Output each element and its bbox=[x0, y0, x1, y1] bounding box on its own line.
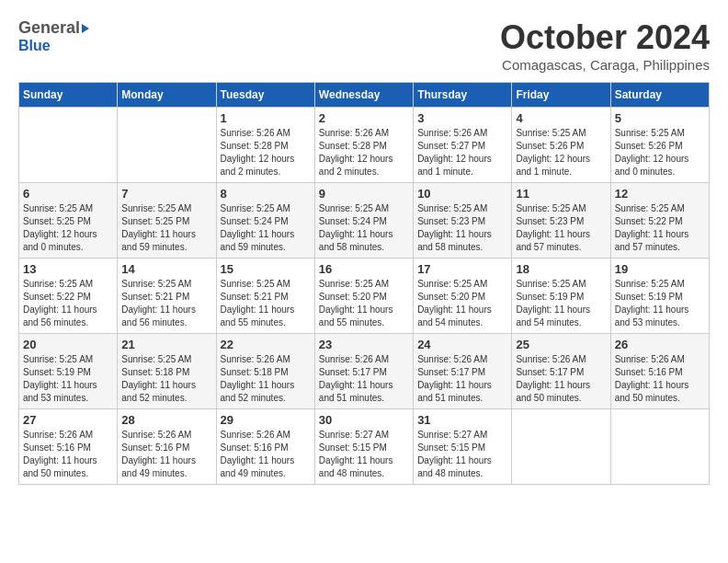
calendar-cell: 5Sunrise: 5:25 AM Sunset: 5:26 PM Daylig… bbox=[610, 108, 709, 183]
calendar-cell: 26Sunrise: 5:26 AM Sunset: 5:16 PM Dayli… bbox=[610, 334, 709, 409]
calendar-cell: 12Sunrise: 5:25 AM Sunset: 5:22 PM Dayli… bbox=[610, 183, 709, 259]
calendar-cell bbox=[19, 108, 118, 183]
day-number: 2 bbox=[319, 111, 409, 125]
calendar-cell: 1Sunrise: 5:26 AM Sunset: 5:28 PM Daylig… bbox=[216, 108, 314, 183]
day-number: 16 bbox=[319, 262, 409, 276]
logo-blue-text: Blue bbox=[18, 38, 51, 54]
day-info: Sunrise: 5:25 AM Sunset: 5:22 PM Dayligh… bbox=[615, 202, 705, 254]
calendar-cell: 13Sunrise: 5:25 AM Sunset: 5:22 PM Dayli… bbox=[19, 259, 118, 334]
calendar-cell: 3Sunrise: 5:26 AM Sunset: 5:27 PM Daylig… bbox=[414, 108, 512, 183]
calendar-cell: 22Sunrise: 5:26 AM Sunset: 5:18 PM Dayli… bbox=[216, 334, 314, 409]
logo-general-text: General bbox=[18, 18, 80, 38]
day-info: Sunrise: 5:25 AM Sunset: 5:26 PM Dayligh… bbox=[516, 127, 606, 178]
calendar-cell: 20Sunrise: 5:25 AM Sunset: 5:19 PM Dayli… bbox=[19, 334, 118, 409]
day-number: 14 bbox=[121, 262, 211, 276]
calendar-week-row: 20Sunrise: 5:25 AM Sunset: 5:19 PM Dayli… bbox=[19, 334, 710, 409]
calendar-week-row: 27Sunrise: 5:26 AM Sunset: 5:16 PM Dayli… bbox=[19, 409, 710, 485]
day-number: 23 bbox=[319, 338, 409, 351]
day-number: 28 bbox=[121, 413, 211, 427]
calendar-cell: 9Sunrise: 5:25 AM Sunset: 5:24 PM Daylig… bbox=[314, 183, 413, 259]
day-number: 19 bbox=[615, 262, 705, 276]
calendar-cell: 17Sunrise: 5:25 AM Sunset: 5:20 PM Dayli… bbox=[414, 259, 512, 334]
day-number: 6 bbox=[23, 187, 113, 201]
day-info: Sunrise: 5:25 AM Sunset: 5:25 PM Dayligh… bbox=[121, 202, 211, 254]
day-info: Sunrise: 5:25 AM Sunset: 5:18 PM Dayligh… bbox=[121, 353, 211, 405]
day-info: Sunrise: 5:26 AM Sunset: 5:17 PM Dayligh… bbox=[516, 353, 606, 405]
day-number: 20 bbox=[23, 338, 113, 351]
day-info: Sunrise: 5:26 AM Sunset: 5:27 PM Dayligh… bbox=[417, 127, 507, 178]
calendar-cell: 7Sunrise: 5:25 AM Sunset: 5:25 PM Daylig… bbox=[118, 183, 216, 259]
day-number: 12 bbox=[615, 187, 705, 201]
day-number: 15 bbox=[221, 262, 311, 276]
day-info: Sunrise: 5:26 AM Sunset: 5:16 PM Dayligh… bbox=[615, 353, 705, 405]
day-number: 27 bbox=[23, 413, 113, 427]
day-info: Sunrise: 5:25 AM Sunset: 5:23 PM Dayligh… bbox=[516, 202, 606, 254]
calendar-cell bbox=[512, 409, 610, 485]
month-title: October 2024 bbox=[500, 18, 710, 57]
calendar-cell: 16Sunrise: 5:25 AM Sunset: 5:20 PM Dayli… bbox=[314, 259, 413, 334]
day-info: Sunrise: 5:25 AM Sunset: 5:23 PM Dayligh… bbox=[417, 202, 507, 254]
day-number: 25 bbox=[516, 338, 606, 351]
title-area: October 2024 Comagascas, Caraga, Philipp… bbox=[500, 18, 710, 73]
day-number: 3 bbox=[417, 111, 507, 125]
calendar-cell: 23Sunrise: 5:26 AM Sunset: 5:17 PM Dayli… bbox=[314, 334, 413, 409]
calendar-cell: 21Sunrise: 5:25 AM Sunset: 5:18 PM Dayli… bbox=[118, 334, 216, 409]
calendar-cell: 4Sunrise: 5:25 AM Sunset: 5:26 PM Daylig… bbox=[512, 108, 610, 183]
day-number: 13 bbox=[23, 262, 113, 276]
day-info: Sunrise: 5:25 AM Sunset: 5:19 PM Dayligh… bbox=[516, 278, 606, 329]
day-info: Sunrise: 5:26 AM Sunset: 5:28 PM Dayligh… bbox=[319, 127, 409, 178]
calendar-cell: 11Sunrise: 5:25 AM Sunset: 5:23 PM Dayli… bbox=[512, 183, 610, 259]
day-number: 30 bbox=[319, 413, 409, 427]
day-number: 7 bbox=[121, 187, 211, 201]
calendar-cell: 25Sunrise: 5:26 AM Sunset: 5:17 PM Dayli… bbox=[512, 334, 610, 409]
day-info: Sunrise: 5:25 AM Sunset: 5:25 PM Dayligh… bbox=[23, 202, 113, 254]
calendar-header-row: SundayMondayTuesdayWednesdayThursdayFrid… bbox=[19, 83, 710, 108]
day-header-wednesday: Wednesday bbox=[314, 83, 413, 108]
calendar-cell: 18Sunrise: 5:25 AM Sunset: 5:19 PM Dayli… bbox=[512, 259, 610, 334]
calendar-cell: 15Sunrise: 5:25 AM Sunset: 5:21 PM Dayli… bbox=[216, 259, 314, 334]
day-info: Sunrise: 5:27 AM Sunset: 5:15 PM Dayligh… bbox=[417, 429, 507, 480]
day-header-monday: Monday bbox=[118, 83, 216, 108]
day-number: 31 bbox=[417, 413, 507, 427]
day-number: 4 bbox=[516, 111, 606, 125]
page-header: General Blue October 2024 Comagascas, Ca… bbox=[18, 18, 710, 73]
day-info: Sunrise: 5:25 AM Sunset: 5:24 PM Dayligh… bbox=[221, 202, 311, 254]
calendar-cell bbox=[118, 108, 216, 183]
day-header-sunday: Sunday bbox=[19, 83, 118, 108]
day-info: Sunrise: 5:25 AM Sunset: 5:26 PM Dayligh… bbox=[615, 127, 705, 178]
day-info: Sunrise: 5:25 AM Sunset: 5:19 PM Dayligh… bbox=[615, 278, 705, 329]
day-number: 18 bbox=[516, 262, 606, 276]
calendar-week-row: 13Sunrise: 5:25 AM Sunset: 5:22 PM Dayli… bbox=[19, 259, 710, 334]
day-number: 8 bbox=[221, 187, 311, 201]
day-number: 1 bbox=[221, 111, 311, 125]
calendar-cell: 28Sunrise: 5:26 AM Sunset: 5:16 PM Dayli… bbox=[118, 409, 216, 485]
calendar-cell: 8Sunrise: 5:25 AM Sunset: 5:24 PM Daylig… bbox=[216, 183, 314, 259]
calendar-cell: 2Sunrise: 5:26 AM Sunset: 5:28 PM Daylig… bbox=[314, 108, 413, 183]
calendar-cell: 10Sunrise: 5:25 AM Sunset: 5:23 PM Dayli… bbox=[414, 183, 512, 259]
day-header-thursday: Thursday bbox=[414, 83, 512, 108]
calendar-cell: 31Sunrise: 5:27 AM Sunset: 5:15 PM Dayli… bbox=[414, 409, 512, 485]
calendar-cell: 24Sunrise: 5:26 AM Sunset: 5:17 PM Dayli… bbox=[414, 334, 512, 409]
day-header-tuesday: Tuesday bbox=[216, 83, 314, 108]
calendar-cell: 29Sunrise: 5:26 AM Sunset: 5:16 PM Dayli… bbox=[216, 409, 314, 485]
day-number: 10 bbox=[417, 187, 507, 201]
day-info: Sunrise: 5:26 AM Sunset: 5:17 PM Dayligh… bbox=[319, 353, 409, 405]
day-number: 29 bbox=[221, 413, 311, 427]
calendar-week-row: 6Sunrise: 5:25 AM Sunset: 5:25 PM Daylig… bbox=[19, 183, 710, 259]
day-number: 5 bbox=[615, 111, 705, 125]
day-info: Sunrise: 5:25 AM Sunset: 5:21 PM Dayligh… bbox=[221, 278, 311, 329]
day-info: Sunrise: 5:26 AM Sunset: 5:17 PM Dayligh… bbox=[417, 353, 507, 405]
day-info: Sunrise: 5:25 AM Sunset: 5:20 PM Dayligh… bbox=[319, 278, 409, 329]
calendar-cell: 27Sunrise: 5:26 AM Sunset: 5:16 PM Dayli… bbox=[19, 409, 118, 485]
day-info: Sunrise: 5:26 AM Sunset: 5:16 PM Dayligh… bbox=[121, 429, 211, 480]
day-info: Sunrise: 5:26 AM Sunset: 5:16 PM Dayligh… bbox=[23, 429, 113, 480]
day-info: Sunrise: 5:25 AM Sunset: 5:21 PM Dayligh… bbox=[121, 278, 211, 329]
calendar-table: SundayMondayTuesdayWednesdayThursdayFrid… bbox=[18, 82, 710, 485]
calendar-week-row: 1Sunrise: 5:26 AM Sunset: 5:28 PM Daylig… bbox=[19, 108, 710, 183]
day-header-friday: Friday bbox=[512, 83, 610, 108]
day-number: 11 bbox=[516, 187, 606, 201]
calendar-cell bbox=[610, 409, 709, 485]
calendar-cell: 14Sunrise: 5:25 AM Sunset: 5:21 PM Dayli… bbox=[118, 259, 216, 334]
day-info: Sunrise: 5:26 AM Sunset: 5:16 PM Dayligh… bbox=[221, 429, 311, 480]
calendar-cell: 30Sunrise: 5:27 AM Sunset: 5:15 PM Dayli… bbox=[314, 409, 413, 485]
